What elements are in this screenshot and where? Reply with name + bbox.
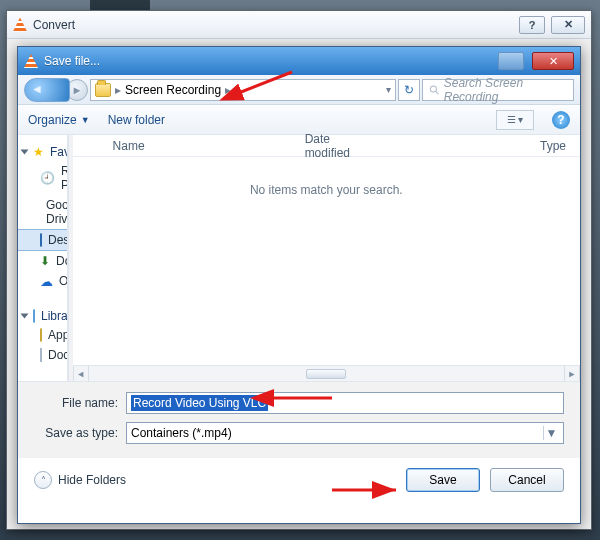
cancel-button[interactable]: Cancel [490, 468, 564, 492]
chevron-up-icon: ˄ [34, 471, 52, 489]
scroll-left-button[interactable]: ◄ [73, 366, 89, 381]
breadcrumb-bar[interactable]: ▸ Screen Recording ▸ ▾ [90, 79, 396, 101]
bottom-row: ˄ Hide Folders Save Cancel [18, 458, 580, 506]
horizontal-scrollbar[interactable]: ◄ ► [73, 365, 580, 381]
favorites-group[interactable]: Favorites [18, 141, 67, 161]
toolbar-row: Organize ▼ New folder ☰ ▾ ? [18, 105, 580, 135]
hide-folders-toggle[interactable]: ˄ Hide Folders [34, 471, 126, 489]
chevron-down-icon: ▼ [81, 115, 90, 125]
sidebar-item-label: Desktop [48, 233, 68, 247]
sidebar-item-label: Google Drive [46, 198, 68, 226]
fields-panel: File name: Record Video Using VLC Save a… [18, 381, 580, 458]
hide-folders-label: Hide Folders [58, 473, 126, 487]
search-input[interactable]: Search Screen Recording [422, 79, 574, 101]
search-icon [429, 84, 440, 96]
save-file-title: Save file... [44, 54, 492, 68]
sidebar-item-gdrive[interactable]: Google Drive [18, 195, 67, 229]
scroll-right-button[interactable]: ► [564, 366, 580, 381]
col-name[interactable]: Name [113, 139, 145, 153]
save-file-dialog: Save file... ✕ ► ▸ Screen Recording ▸ ▾ … [17, 46, 581, 524]
save-button[interactable]: Save [406, 468, 480, 492]
file-list-empty: No items match your search. [73, 157, 580, 365]
organize-label: Organize [28, 113, 77, 127]
nav-row: ► ▸ Screen Recording ▸ ▾ ↻ Search Screen… [18, 75, 580, 105]
libraries-icon [33, 309, 35, 323]
search-placeholder: Search Screen Recording [444, 76, 567, 104]
folder-icon [95, 83, 111, 97]
save-file-titlebar[interactable]: Save file... ✕ [18, 47, 580, 75]
cancel-label: Cancel [508, 473, 545, 487]
apps-icon [40, 328, 42, 342]
view-mode-button[interactable]: ☰ ▾ [496, 110, 534, 130]
sidebar-item-downloads[interactable]: Downloads [18, 251, 67, 271]
convert-titlebar[interactable]: Convert ? ✕ [7, 11, 591, 39]
download-icon [40, 254, 50, 268]
breadcrumb-folder[interactable]: Screen Recording [125, 83, 221, 97]
breadcrumb-dropdown[interactable]: ▾ [386, 84, 391, 95]
sidebar-item-onedrive[interactable]: OneDrive [18, 271, 67, 291]
filename-label: File name: [34, 396, 118, 410]
convert-close-button[interactable]: ✕ [551, 16, 585, 34]
convert-title: Convert [33, 18, 513, 32]
savetype-combo[interactable]: Containers (*.mp4) ▼ [126, 422, 564, 444]
sidebar-item-label: Documents [48, 348, 68, 362]
sidebar: Favorites Recent Places Google Drive Des… [18, 135, 68, 381]
col-type[interactable]: Type [540, 139, 566, 153]
empty-message: No items match your search. [250, 183, 403, 197]
savetype-label: Save as type: [34, 426, 118, 440]
sidebar-item-label: Downloads [56, 254, 68, 268]
sidebar-item-label: Apps [48, 328, 68, 342]
vlc-icon [24, 54, 38, 68]
sidebar-item-label: OneDrive [59, 274, 68, 288]
chevron-down-icon [21, 150, 29, 155]
sidebar-item-apps[interactable]: Apps [18, 325, 67, 345]
nav-back-button[interactable] [24, 78, 70, 102]
refresh-button[interactable]: ↻ [398, 79, 420, 101]
chevron-right-icon: ▸ [225, 83, 231, 97]
vlc-icon [13, 18, 27, 32]
savetype-value: Containers (*.mp4) [131, 426, 232, 440]
dialog-close-button[interactable]: ✕ [532, 52, 574, 70]
col-date[interactable]: Date modified [305, 132, 350, 160]
documents-icon [40, 348, 42, 362]
chevron-down-icon: ▼ [543, 426, 559, 440]
sidebar-item-label: Recent Places [61, 164, 68, 192]
convert-help-button[interactable]: ? [519, 16, 545, 34]
dialog-body: Favorites Recent Places Google Drive Des… [18, 135, 580, 381]
svg-line-1 [436, 91, 439, 94]
new-folder-button[interactable]: New folder [108, 113, 165, 127]
filename-value: Record Video Using VLC [131, 395, 268, 411]
help-button[interactable]: ? [552, 111, 570, 129]
sidebar-item-desktop[interactable]: Desktop [18, 229, 67, 251]
favorites-label: Favorites [50, 145, 68, 159]
desktop-icon [40, 233, 42, 247]
file-pane: Name Date modified Type No items match y… [73, 135, 580, 381]
filename-input[interactable]: Record Video Using VLC [126, 392, 564, 414]
star-icon [33, 145, 44, 159]
organize-menu[interactable]: Organize ▼ [28, 113, 90, 127]
chevron-right-icon: ▸ [115, 83, 121, 97]
onedrive-icon [40, 274, 53, 288]
scroll-thumb[interactable] [306, 369, 346, 379]
svg-point-0 [430, 85, 436, 91]
dialog-minimize-button[interactable] [498, 52, 524, 70]
chevron-down-icon [21, 314, 29, 319]
sidebar-item-recent[interactable]: Recent Places [18, 161, 67, 195]
save-label: Save [429, 473, 456, 487]
recent-icon [40, 171, 55, 185]
libraries-label: Libraries [41, 309, 68, 323]
sidebar-item-documents[interactable]: Documents [18, 345, 67, 365]
column-headers[interactable]: Name Date modified Type [73, 135, 580, 157]
libraries-group[interactable]: Libraries [18, 305, 67, 325]
